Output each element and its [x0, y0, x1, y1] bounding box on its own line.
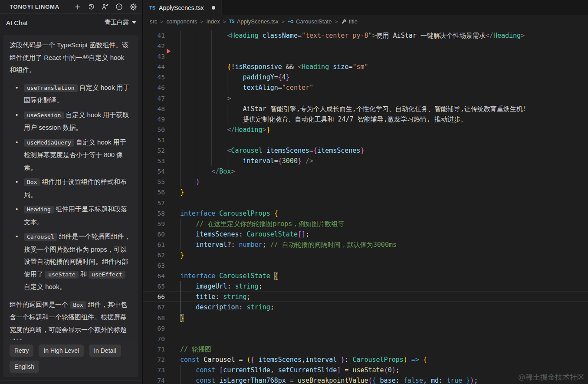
- code-text[interactable]: </Heading>}: [165, 125, 270, 135]
- english-button[interactable]: English: [10, 361, 39, 373]
- feedback-icon[interactable]: [102, 3, 109, 10]
- indent-guide: [211, 145, 212, 156]
- code-area[interactable]: 41 <Heading className="text-center py-8"…: [143, 28, 588, 384]
- line-number[interactable]: 52: [143, 145, 165, 156]
- line-number[interactable]: 43: [143, 51, 165, 62]
- settings-gear-icon[interactable]: [129, 3, 137, 11]
- line-number[interactable]: 62: [143, 250, 165, 260]
- new-chat-icon[interactable]: [74, 3, 81, 10]
- line-number[interactable]: 49: [143, 114, 165, 125]
- line-number[interactable]: 45: [143, 72, 165, 82]
- retry-button[interactable]: Retry: [10, 345, 33, 357]
- line-number[interactable]: 60: [143, 229, 165, 240]
- line-number[interactable]: 72: [143, 354, 165, 365]
- line-number[interactable]: 53: [143, 156, 165, 166]
- line-number[interactable]: 61: [143, 240, 165, 250]
- line-number[interactable]: 46: [143, 82, 165, 93]
- model-selector[interactable]: 青玉白露: [105, 19, 136, 26]
- code-text[interactable]: [165, 334, 180, 344]
- line-number[interactable]: 55: [143, 177, 165, 187]
- code-text[interactable]: <Heading className="text-center py-8">使用…: [165, 30, 525, 41]
- code-text[interactable]: interval?: number; // 自动轮播的间隔时间，默认值为3000…: [165, 240, 397, 250]
- code-text[interactable]: title: string;: [165, 292, 251, 302]
- line-number[interactable]: 71: [143, 344, 165, 354]
- code-text[interactable]: AiStar 智能引擎,专为个人成长而生,个性化学习、自动化任务、智能辅导,让传…: [165, 104, 527, 114]
- code-text[interactable]: 提供定制化教育、自动化工具和 24/7 智能辅导,激发学习热情, 推动进步。: [165, 114, 467, 125]
- modified-dot-icon[interactable]: [212, 6, 215, 10]
- line-number[interactable]: 65: [143, 281, 165, 292]
- line-number[interactable]: 64: [143, 271, 165, 281]
- line-number[interactable]: 67: [143, 302, 165, 312]
- indent-guide: [227, 156, 227, 166]
- indent-guide: [180, 292, 181, 302]
- code-text[interactable]: textAlign="center": [165, 82, 313, 93]
- code-text[interactable]: ): [165, 177, 200, 187]
- code-text[interactable]: }: [165, 250, 184, 260]
- code-text[interactable]: itemsScenes: CarouselState[];: [165, 229, 309, 240]
- line-number[interactable]: 47: [143, 93, 165, 104]
- line-number[interactable]: 68: [143, 313, 165, 323]
- chat-intro-paragraph: 这段代码是一个 TypeScript 函数组件。该组件使用了 React 中的一…: [10, 39, 132, 76]
- breadcrumb-item-applyscenes-tsx[interactable]: TSApplyScenes.tsx: [229, 18, 279, 25]
- code-text[interactable]: interval={3000} />: [165, 156, 313, 166]
- indent-guide: [180, 82, 181, 93]
- breadcrumb-item-index[interactable]: index: [207, 18, 220, 25]
- line-number[interactable]: 50: [143, 125, 165, 135]
- indent-guide: [180, 229, 181, 240]
- gutter-marker-icon[interactable]: [167, 49, 171, 54]
- line-number[interactable]: 58: [143, 208, 165, 219]
- code-text[interactable]: [165, 323, 180, 334]
- line-number[interactable]: 48: [143, 104, 165, 114]
- line-number[interactable]: 66: [143, 292, 165, 302]
- code-text[interactable]: // 轮播图: [165, 344, 211, 354]
- indent-guide: [196, 51, 196, 62]
- line-number[interactable]: 42: [143, 41, 165, 51]
- line-number[interactable]: 44: [143, 62, 165, 72]
- in-detail-button[interactable]: In Detail: [89, 345, 121, 357]
- code-line: 70: [143, 334, 588, 344]
- inline-code-chip: useSession: [24, 112, 64, 119]
- in-high-level-button[interactable]: In High Level: [39, 345, 84, 357]
- help-icon[interactable]: ?: [115, 3, 123, 10]
- code-line: 41 <Heading className="text-center py-8"…: [143, 30, 588, 41]
- breadcrumb-item-src[interactable]: src: [150, 18, 157, 25]
- breadcrumb-item-title[interactable]: title: [341, 18, 358, 25]
- line-number[interactable]: 41: [143, 30, 165, 41]
- code-text[interactable]: [165, 198, 180, 208]
- line-number[interactable]: 70: [143, 334, 165, 344]
- line-number[interactable]: 74: [143, 375, 165, 384]
- line-number[interactable]: 69: [143, 323, 165, 334]
- code-text[interactable]: const Carousel = ({ itemsScenes,interval…: [165, 354, 427, 365]
- code-text[interactable]: }: [165, 313, 184, 323]
- indent-guide: [196, 135, 196, 145]
- code-text[interactable]: </Box>: [165, 166, 235, 177]
- line-number[interactable]: 54: [143, 166, 165, 177]
- line-number[interactable]: 63: [143, 260, 165, 271]
- history-icon[interactable]: [88, 3, 95, 10]
- line-number[interactable]: 56: [143, 187, 165, 197]
- code-line: 68}: [143, 313, 588, 323]
- code-line: 45 paddingY={4}: [143, 72, 588, 82]
- indent-guide: [227, 114, 227, 125]
- code-text[interactable]: imageUrl: string;: [165, 281, 263, 292]
- line-number[interactable]: 57: [143, 198, 165, 208]
- code-text[interactable]: // 在这里定义你的轮播图props，例如图片数组等: [165, 219, 344, 229]
- line-number[interactable]: 73: [143, 365, 165, 375]
- code-line: 56}: [143, 187, 588, 197]
- breadcrumb-item-components[interactable]: components: [167, 18, 197, 25]
- code-text[interactable]: }: [165, 187, 184, 197]
- code-text[interactable]: interface CarouselState {: [165, 271, 278, 281]
- line-number[interactable]: 59: [143, 219, 165, 229]
- code-text[interactable]: interface CarouselProps {: [165, 208, 278, 219]
- code-text[interactable]: description: string;: [165, 302, 274, 312]
- code-text[interactable]: [165, 260, 180, 271]
- line-number[interactable]: 51: [143, 135, 165, 145]
- code-text[interactable]: <Carousel itemsScenes={itemsScenes}: [165, 145, 364, 156]
- breadcrumb-separator: >: [223, 19, 226, 25]
- code-text[interactable]: const [currentSlide, setCurrentSlide] = …: [165, 365, 400, 375]
- tab-applyscenes[interactable]: TS ApplyScenes.tsx: [143, 0, 222, 15]
- breadcrumb-item-carouselstate[interactable]: CarouselState: [288, 18, 332, 25]
- code-line: 43: [143, 51, 588, 62]
- code-text[interactable]: const isLargerThan768px = useBreakpointV…: [165, 375, 478, 384]
- code-text[interactable]: >: [165, 93, 231, 104]
